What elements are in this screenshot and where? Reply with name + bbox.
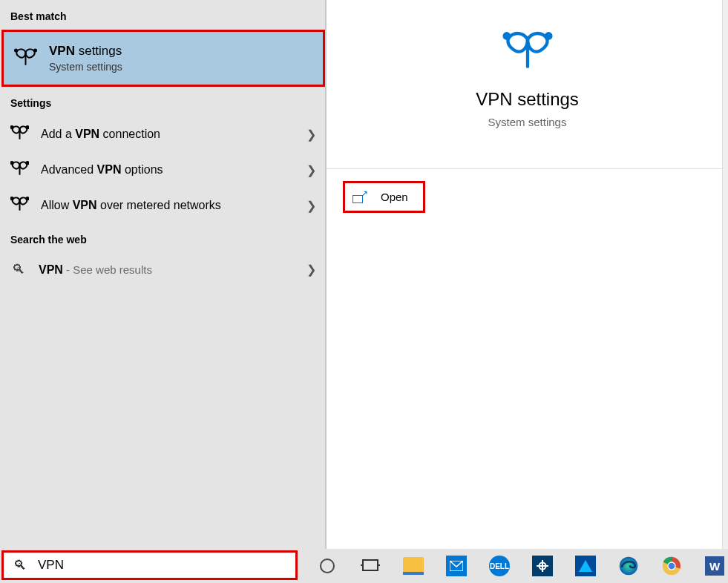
vpn-icon <box>14 48 37 69</box>
best-match-label: Best match <box>0 0 327 30</box>
scrollbar[interactable] <box>722 0 728 549</box>
vpn-icon <box>10 125 29 143</box>
web-result-vpn[interactable]: 🔍︎ VPN - See web results ❯ <box>0 253 327 286</box>
detail-subtitle: System settings <box>334 116 721 128</box>
vpn-icon <box>10 161 29 179</box>
detail-title: VPN settings <box>334 89 721 110</box>
cortana-icon[interactable] <box>314 553 341 579</box>
mail-icon[interactable] <box>443 553 470 579</box>
search-input[interactable] <box>38 558 286 573</box>
support-icon[interactable] <box>529 553 556 579</box>
search-icon: 🔍︎ <box>10 262 27 277</box>
chevron-right-icon: ❯ <box>306 199 316 213</box>
vpn-icon <box>502 59 553 72</box>
svg-point-4 <box>10 162 13 164</box>
taskbar-icons: DELL W <box>314 553 728 579</box>
search-icon: 🔍︎ <box>13 558 27 573</box>
svg-point-8 <box>504 33 509 39</box>
dell-icon[interactable]: DELL <box>486 553 513 579</box>
svg-point-2 <box>10 126 13 128</box>
settings-item-advanced-vpn[interactable]: Advanced VPN options ❯ <box>0 152 327 188</box>
open-button[interactable]: ↗ Open <box>343 181 425 213</box>
settings-item-add-vpn[interactable]: Add a VPN connection ❯ <box>0 116 327 152</box>
vpn-icon <box>10 197 29 214</box>
edge-icon[interactable] <box>615 553 642 579</box>
best-match-subtitle: System settings <box>49 61 122 73</box>
svg-point-0 <box>15 49 17 51</box>
task-view-icon[interactable] <box>357 553 384 579</box>
svg-point-1 <box>34 49 36 51</box>
svg-rect-11 <box>363 560 378 570</box>
chrome-icon[interactable] <box>658 553 685 579</box>
settings-item-allow-vpn-metered[interactable]: Allow VPN over metered networks ❯ <box>0 188 327 223</box>
web-section-label: Search the web <box>0 223 327 253</box>
chevron-right-icon: ❯ <box>306 163 316 177</box>
chevron-right-icon: ❯ <box>306 128 316 142</box>
svg-point-23 <box>669 563 675 570</box>
chevron-right-icon: ❯ <box>306 263 316 277</box>
detail-hero: VPN settings System settings <box>327 0 728 146</box>
word-icon[interactable]: W <box>701 553 728 579</box>
search-results-panel: Best match VPN settings System settings … <box>0 0 327 549</box>
svg-marker-19 <box>579 560 592 572</box>
svg-point-5 <box>26 162 28 164</box>
open-external-icon: ↗ <box>352 191 367 203</box>
svg-point-6 <box>10 197 13 200</box>
taskbar-search-box[interactable]: 🔍︎ <box>1 550 298 580</box>
file-explorer-icon[interactable] <box>400 553 427 579</box>
best-match-title: VPN settings <box>49 44 122 59</box>
svg-point-9 <box>545 33 551 39</box>
svg-point-3 <box>26 126 28 128</box>
taskbar: 🔍︎ DELL <box>0 549 728 583</box>
detail-panel: VPN settings System settings ↗ Open <box>327 0 728 549</box>
separator <box>327 168 728 169</box>
azure-icon[interactable] <box>572 553 599 579</box>
settings-section-label: Settings <box>0 87 327 116</box>
svg-point-10 <box>321 559 334 573</box>
svg-point-7 <box>26 197 28 200</box>
best-match-result[interactable]: VPN settings System settings <box>1 30 325 87</box>
